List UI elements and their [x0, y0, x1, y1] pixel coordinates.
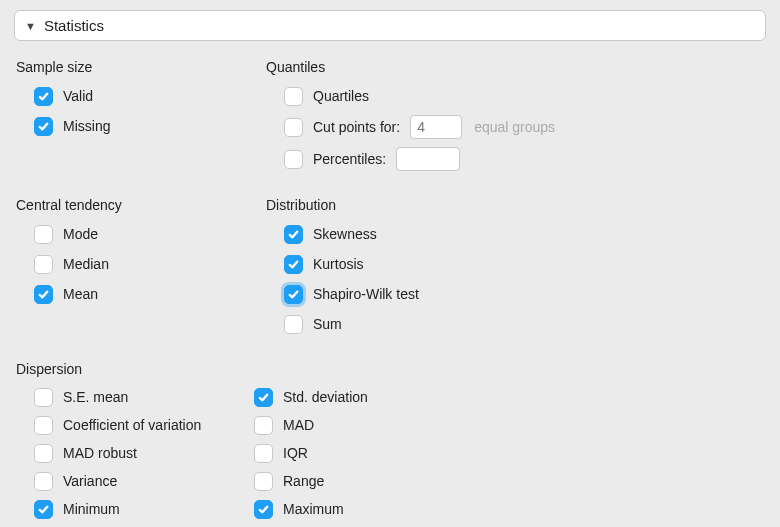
statistics-panel-header[interactable]: ▼ Statistics [14, 10, 766, 41]
label-range: Range [283, 473, 324, 489]
checkbox-mean[interactable] [34, 285, 53, 304]
label-kurtosis: Kurtosis [313, 256, 364, 272]
label-mean: Mean [63, 286, 98, 302]
checkbox-minimum[interactable] [34, 500, 53, 519]
group-central-tendency: Central tendency Mode Median Mean [16, 197, 266, 309]
checkbox-quartiles[interactable] [284, 87, 303, 106]
label-maximum: Maximum [283, 501, 344, 517]
checkbox-percentiles[interactable] [284, 150, 303, 169]
label-percentiles: Percentiles: [313, 151, 386, 167]
checkbox-shapiro-wilk[interactable] [284, 285, 303, 304]
checkbox-sum[interactable] [284, 315, 303, 334]
checkbox-mode[interactable] [34, 225, 53, 244]
checkbox-se-mean[interactable] [34, 388, 53, 407]
statistics-content: Sample size Valid Missing Quantiles Quar… [14, 59, 766, 523]
label-mode: Mode [63, 226, 98, 242]
group-title-distribution: Distribution [266, 197, 764, 213]
label-iqr: IQR [283, 445, 308, 461]
checkbox-range[interactable] [254, 472, 273, 491]
label-quartiles: Quartiles [313, 88, 369, 104]
checkbox-median[interactable] [34, 255, 53, 274]
group-dispersion: Dispersion S.E. mean Std. deviation Coef… [16, 361, 764, 523]
label-equal-groups: equal groups [474, 119, 555, 135]
label-mad: MAD [283, 417, 314, 433]
checkbox-mad-robust[interactable] [34, 444, 53, 463]
checkbox-cov[interactable] [34, 416, 53, 435]
label-minimum: Minimum [63, 501, 120, 517]
label-std-dev: Std. deviation [283, 389, 368, 405]
checkbox-std-dev[interactable] [254, 388, 273, 407]
panel-title: Statistics [44, 17, 104, 34]
label-mad-robust: MAD robust [63, 445, 137, 461]
group-quantiles: Quantiles Quartiles Cut points for: equa… [266, 59, 764, 175]
label-se-mean: S.E. mean [63, 389, 128, 405]
expand-triangle-icon: ▼ [25, 20, 36, 32]
label-sum: Sum [313, 316, 342, 332]
label-valid: Valid [63, 88, 93, 104]
label-cov: Coefficient of variation [63, 417, 201, 433]
checkbox-kurtosis[interactable] [284, 255, 303, 274]
label-shapiro-wilk: Shapiro-Wilk test [313, 286, 419, 302]
checkbox-skewness[interactable] [284, 225, 303, 244]
label-missing: Missing [63, 118, 110, 134]
checkbox-variance[interactable] [34, 472, 53, 491]
checkbox-missing[interactable] [34, 117, 53, 136]
input-percentiles-value[interactable] [396, 147, 460, 171]
group-sample-size: Sample size Valid Missing [16, 59, 266, 141]
label-skewness: Skewness [313, 226, 377, 242]
label-cut-points: Cut points for: [313, 119, 400, 135]
label-variance: Variance [63, 473, 117, 489]
group-title-central-tendency: Central tendency [16, 197, 266, 213]
group-title-dispersion: Dispersion [16, 361, 764, 377]
checkbox-cut-points[interactable] [284, 118, 303, 137]
checkbox-mad[interactable] [254, 416, 273, 435]
input-cut-points-value[interactable] [410, 115, 462, 139]
checkbox-maximum[interactable] [254, 500, 273, 519]
label-median: Median [63, 256, 109, 272]
checkbox-valid[interactable] [34, 87, 53, 106]
checkbox-iqr[interactable] [254, 444, 273, 463]
group-title-quantiles: Quantiles [266, 59, 764, 75]
group-distribution: Distribution Skewness Kurtosis Shapiro-W… [266, 197, 764, 339]
group-title-sample-size: Sample size [16, 59, 266, 75]
